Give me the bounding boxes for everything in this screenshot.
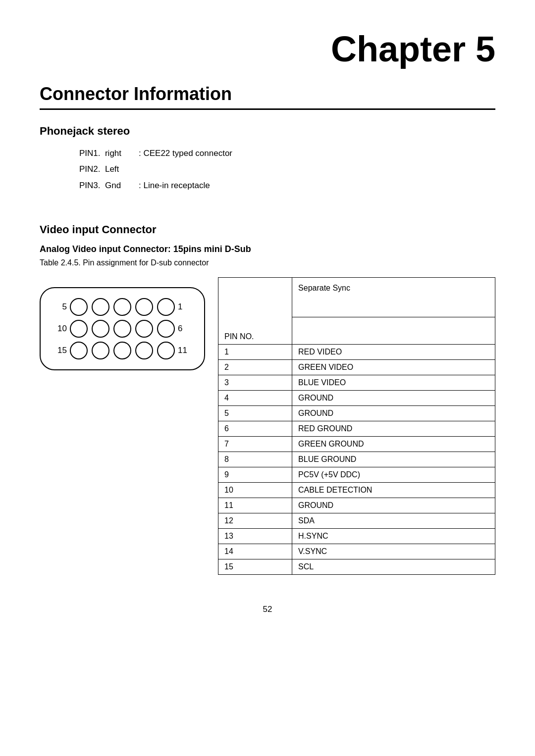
signal-4: GROUND: [292, 390, 495, 405]
page-number: 52: [40, 605, 495, 614]
table-caption: Table 2.4.5. Pin assignment for D-sub co…: [40, 258, 495, 267]
phonejack-title: Phonejack stereo: [40, 125, 495, 138]
hole-8: [113, 320, 131, 338]
pin-row-1: PIN1. right : CEE22 typed connector: [79, 146, 495, 161]
pin-num-13: 13: [218, 528, 292, 544]
hole-9: [135, 320, 153, 338]
pin1-desc: : CEE22 typed connector: [139, 146, 232, 161]
pin3-label: PIN3. Gnd: [79, 178, 139, 194]
pin-right-1: 1: [178, 302, 192, 312]
pin-num-5: 5: [218, 405, 292, 421]
connector-diagram: 5 1 10: [40, 287, 198, 370]
signal-13: H.SYNC: [292, 528, 495, 544]
signal-11: GROUND: [292, 498, 495, 513]
pin-num-11: 11: [218, 498, 292, 513]
hole-12: [92, 342, 109, 359]
phonejack-section: Phonejack stereo PIN1. right : CEE22 typ…: [40, 125, 495, 194]
hole-13: [113, 342, 131, 359]
holes-row3: [70, 342, 175, 359]
chapter-title: Chapter 5: [331, 29, 495, 69]
hole-15: [157, 342, 175, 359]
video-section: Video input Connector Analog Video input…: [40, 223, 495, 575]
pin-left-10: 10: [53, 324, 67, 334]
pin-num-2: 2: [218, 359, 292, 375]
pin2-label: PIN2. Left: [79, 161, 139, 177]
hole-7: [92, 320, 109, 338]
hole-6: [70, 320, 88, 338]
table-row: 2 GREEN VIDEO: [218, 359, 495, 375]
header-signal-empty: [292, 317, 495, 345]
pin-row-3: PIN3. Gnd : Line-in receptacle: [79, 178, 495, 194]
signal-7: GREEN GROUND: [292, 436, 495, 452]
table-row: 8 BLUE GROUND: [218, 452, 495, 467]
hole-3: [113, 298, 131, 316]
header-empty: [218, 278, 292, 317]
page-container: Chapter 5 Connector Information Phonejac…: [0, 0, 535, 756]
pin-right-6: 6: [178, 324, 192, 334]
signal-2: GREEN VIDEO: [292, 359, 495, 375]
signal-1: RED VIDEO: [292, 344, 495, 359]
video-title: Video input Connector: [40, 223, 495, 236]
table-row: 1 RED VIDEO: [218, 344, 495, 359]
hole-4: [135, 298, 153, 316]
hole-11: [70, 342, 88, 359]
pin1-label: PIN1. right: [79, 146, 139, 161]
hole-2: [92, 298, 109, 316]
connector-svg: 5 1 10: [40, 287, 205, 370]
table-row: 15 SCL: [218, 559, 495, 574]
signal-8: BLUE GROUND: [292, 452, 495, 467]
hole-10: [157, 320, 175, 338]
pin-row-2: PIN2. Left: [79, 161, 495, 177]
pin-num-6: 6: [218, 421, 292, 436]
table-row: 14 V.SYNC: [218, 544, 495, 559]
pin-num-1: 1: [218, 344, 292, 359]
diagram-row-1: 5 1: [53, 298, 192, 316]
table-row: 4 GROUND: [218, 390, 495, 405]
table-row: 7 GREEN GROUND: [218, 436, 495, 452]
pin-num-3: 3: [218, 375, 292, 390]
pin-left-5: 5: [53, 302, 67, 312]
table-row: 13 H.SYNC: [218, 528, 495, 544]
pin-num-7: 7: [218, 436, 292, 452]
section-title: Connector Information: [40, 84, 495, 110]
pin-right-11: 11: [178, 346, 192, 355]
table-row: 5 GROUND: [218, 405, 495, 421]
hole-1: [70, 298, 88, 316]
pin-num-4: 4: [218, 390, 292, 405]
table-row: 10 CABLE DETECTION: [218, 482, 495, 498]
analog-video-title: Analog Video input Connector: 15pins min…: [40, 244, 495, 254]
diagram-row-2: 10 6: [53, 320, 192, 338]
diagram-row-3: 15 11: [53, 342, 192, 359]
hole-14: [135, 342, 153, 359]
chapter-header: Chapter 5: [40, 30, 495, 69]
pin-grid: 5 1 10: [53, 298, 192, 359]
signal-9: PC5V (+5V DDC): [292, 467, 495, 482]
signal-12: SDA: [292, 513, 495, 528]
holes-row1: [70, 298, 175, 316]
holes-row2: [70, 320, 175, 338]
table-row: 3 BLUE VIDEO: [218, 375, 495, 390]
pin-no-label: PIN NO.: [218, 317, 292, 345]
content-row: 5 1 10: [40, 277, 495, 575]
header-sync: Separate Sync: [292, 278, 495, 317]
signal-15: SCL: [292, 559, 495, 574]
pin-assignment-table: Separate Sync PIN NO. 1 RED VIDEO: [218, 277, 495, 575]
pin-left-15: 15: [53, 346, 67, 355]
pin3-desc: : Line-in receptacle: [139, 178, 210, 194]
pin-num-15: 15: [218, 559, 292, 574]
pin-num-9: 9: [218, 467, 292, 482]
signal-10: CABLE DETECTION: [292, 482, 495, 498]
signal-6: RED GROUND: [292, 421, 495, 436]
table-row: 9 PC5V (+5V DDC): [218, 467, 495, 482]
pin-table: PIN1. right : CEE22 typed connector PIN2…: [79, 146, 495, 194]
table-row-pin-no: PIN NO.: [218, 317, 495, 345]
table-row: 6 RED GROUND: [218, 421, 495, 436]
table-row: 12 SDA: [218, 513, 495, 528]
table-row: 11 GROUND: [218, 498, 495, 513]
signal-5: GROUND: [292, 405, 495, 421]
table-row-header-sync: Separate Sync: [218, 278, 495, 317]
pin-num-12: 12: [218, 513, 292, 528]
pin-num-14: 14: [218, 544, 292, 559]
hole-5: [157, 298, 175, 316]
signal-3: BLUE VIDEO: [292, 375, 495, 390]
